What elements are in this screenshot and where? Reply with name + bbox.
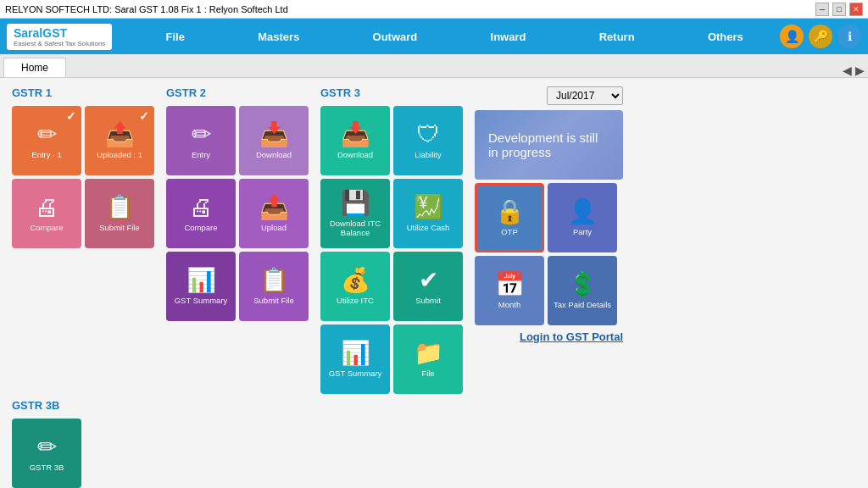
compare-icon: 🖨 — [35, 196, 58, 219]
gstr3-file-tile[interactable]: 📁 File — [393, 324, 463, 394]
taxpaid-tile[interactable]: 💲 Tax Paid Details — [548, 256, 617, 325]
right-tiles-grid: 🔒 OTP 👤 Party 📅 Month 💲 Tax Paid Details — [475, 183, 623, 325]
month-label: Month — [498, 300, 520, 309]
gstr3-section: GSTR 3 📥 Download 🛡 Liability 💾 Download… — [320, 86, 463, 394]
gstr2-upload-tile[interactable]: 📤 Upload — [239, 179, 309, 248]
otp-icon: 🔒 — [495, 200, 525, 224]
gstr2-submitfile-label: Submit File — [253, 296, 294, 305]
dev-panel: Development is still in progress — [475, 110, 623, 180]
gstr2-submitfile-tile[interactable]: 📋 Submit File — [239, 252, 309, 321]
gstr2-gstsummary-label: GST Summary — [175, 296, 228, 305]
menu-others[interactable]: Others — [691, 27, 760, 47]
title-bar: RELYON SOFTECH LTD: Saral GST 1.08 Fix 1… — [0, 0, 868, 19]
gstr3-liability-tile[interactable]: 🛡 Liability — [393, 106, 463, 175]
gstr3-gstsummary-icon: 📊 — [341, 341, 370, 365]
menu-bar: SaralGST Easiest & Safest Tax Solutions … — [0, 19, 868, 54]
right-section: Jul/2017 Aug/2017 Jun/2017 Development i… — [475, 86, 623, 343]
gstr3-utilizecash-icon: 💹 — [414, 196, 443, 219]
gstr2-row2: 🖨 Compare 📤 Upload — [166, 179, 309, 248]
gstr2-upload-label: Upload — [261, 223, 287, 232]
key-icon-button[interactable]: 🔑 — [809, 25, 832, 48]
restore-button[interactable]: □ — [832, 3, 846, 16]
all-sections: GSTR 1 ✓ ✏ Entry · 1 ✓ 📤 Uploaded : 1 🖨 … — [12, 86, 856, 394]
user-icon-button[interactable]: 👤 — [780, 25, 804, 48]
gstr3-gstsummary-tile[interactable]: 📊 GST Summary — [320, 324, 390, 394]
gstr2-row3: 📊 GST Summary 📋 Submit File — [166, 252, 309, 321]
menu-masters[interactable]: Masters — [241, 27, 316, 47]
gstr1-section: GSTR 1 ✓ ✏ Entry · 1 ✓ 📤 Uploaded : 1 🖨 … — [12, 86, 154, 252]
taxpaid-icon: 💲 — [568, 273, 598, 297]
logo-sub: Easiest & Safest Tax Solutions — [14, 40, 105, 47]
gstr3-submit-label: Submit — [415, 296, 441, 305]
submitfile-label: Submit File — [99, 223, 140, 232]
month-select[interactable]: Jul/2017 Aug/2017 Jun/2017 — [547, 86, 623, 105]
submitfile-icon: 📋 — [105, 196, 135, 219]
gstr2-entry-tile[interactable]: ✏ Entry — [166, 106, 236, 175]
gstr2-section: GSTR 2 ✏ Entry 📥 Download 🖨 Compare 📤 — [166, 86, 309, 324]
gstr3b-section: GSTR 3B ✏ GSTR 3B — [12, 399, 856, 488]
tab-prev-button[interactable]: ◀ — [843, 64, 852, 77]
gstr3-grid: 📥 Download 🛡 Liability 💾 Download ITC Ba… — [320, 106, 463, 394]
party-tile[interactable]: 👤 Party — [548, 183, 617, 252]
gstr3-utilizecash-tile[interactable]: 💹 Utilize Cash — [393, 179, 463, 248]
gstr3-downloaditc-icon: 💾 — [341, 191, 370, 215]
gstr2-gstsummary-icon: 📊 — [186, 269, 216, 292]
gstr3-header: GSTR 3 — [320, 86, 463, 99]
gstr3-liability-label: Liability — [415, 150, 442, 159]
gstr1-header: GSTR 1 — [12, 86, 154, 99]
gstr3-utilizeitc-tile[interactable]: 💰 Utilize ITC — [320, 252, 390, 321]
party-icon: 👤 — [568, 200, 598, 224]
otp-label: OTP — [501, 227, 518, 236]
gstr2-submitfile-icon: 📋 — [259, 269, 289, 292]
menu-file[interactable]: File — [148, 27, 201, 47]
logo-area: SaralGST Easiest & Safest Tax Solutions — [7, 24, 112, 50]
gstr3b-label: GSTR 3B — [30, 463, 64, 472]
logo-text: SaralGST — [14, 26, 105, 40]
gstr3-submit-tile[interactable]: ✔ Submit — [393, 252, 463, 321]
login-link[interactable]: Login to GST Portal — [475, 330, 623, 343]
gstr2-entry-icon: ✏ — [192, 123, 211, 147]
info-icon-button[interactable]: ℹ — [837, 25, 861, 48]
close-button[interactable]: ✕ — [849, 3, 863, 16]
menu-inward[interactable]: Inward — [474, 27, 543, 47]
right-header-row: Jul/2017 Aug/2017 Jun/2017 — [475, 86, 623, 105]
otp-tile[interactable]: 🔒 OTP — [475, 183, 544, 252]
gstr1-submitfile-tile[interactable]: 📋 Submit File — [85, 179, 154, 248]
gstr2-compare-tile[interactable]: 🖨 Compare — [166, 179, 236, 248]
home-tab[interactable]: Home — [3, 58, 66, 77]
taxpaid-label: Tax Paid Details — [554, 300, 611, 309]
window-controls: ─ □ ✕ — [815, 3, 863, 16]
minimize-button[interactable]: ─ — [815, 3, 829, 16]
title-text: RELYON SOFTECH LTD: Saral GST 1.08 Fix 1… — [5, 4, 288, 14]
party-label: Party — [573, 227, 592, 236]
gstr1-entry-tile[interactable]: ✓ ✏ Entry · 1 — [12, 106, 81, 175]
gstr1-uploaded-tile[interactable]: ✓ 📤 Uploaded : 1 — [85, 106, 154, 175]
gstr2-upload-icon: 📤 — [259, 196, 289, 219]
gstr3-utilizeitc-icon: 💰 — [341, 269, 370, 292]
gstr2-download-tile[interactable]: 📥 Download — [239, 106, 309, 175]
gstr2-header: GSTR 2 — [166, 86, 309, 99]
gstr3-utilizecash-label: Utilize Cash — [407, 223, 450, 232]
menu-outward[interactable]: Outward — [356, 27, 435, 47]
gstr3-file-label: File — [421, 369, 434, 378]
gstr2-gstsummary-tile[interactable]: 📊 GST Summary — [166, 252, 236, 321]
gstr3b-tile[interactable]: ✏ GSTR 3B — [12, 419, 81, 488]
dev-panel-text: Development is still in progress — [488, 130, 609, 159]
gstr3b-icon: ✏ — [37, 435, 57, 459]
tab-bar: Home ◀ ▶ — [0, 54, 868, 78]
gstr2-download-label: Download — [256, 150, 292, 159]
gstr1-compare-tile[interactable]: 🖨 Compare — [12, 179, 81, 248]
tab-next-button[interactable]: ▶ — [855, 64, 865, 77]
gstr1-row1: ✓ ✏ Entry · 1 ✓ 📤 Uploaded : 1 — [12, 106, 154, 175]
gstr3-submit-icon: ✔ — [419, 269, 438, 292]
gstr3-downloaditc-tile[interactable]: 💾 Download ITC Balance — [320, 179, 390, 248]
entry-icon: ✏ — [37, 123, 57, 147]
menu-return[interactable]: Return — [582, 27, 652, 47]
entry-label: Entry · 1 — [31, 150, 61, 159]
month-tile[interactable]: 📅 Month — [475, 256, 544, 325]
gstr3-downloaditc-label: Download ITC Balance — [324, 219, 387, 238]
gstr2-compare-icon: 🖨 — [189, 196, 213, 219]
menu-items: File Masters Outward Inward Return Other… — [129, 27, 780, 47]
uploaded-checkmark: ✓ — [139, 109, 149, 123]
gstr3-download-tile[interactable]: 📥 Download — [320, 106, 390, 175]
